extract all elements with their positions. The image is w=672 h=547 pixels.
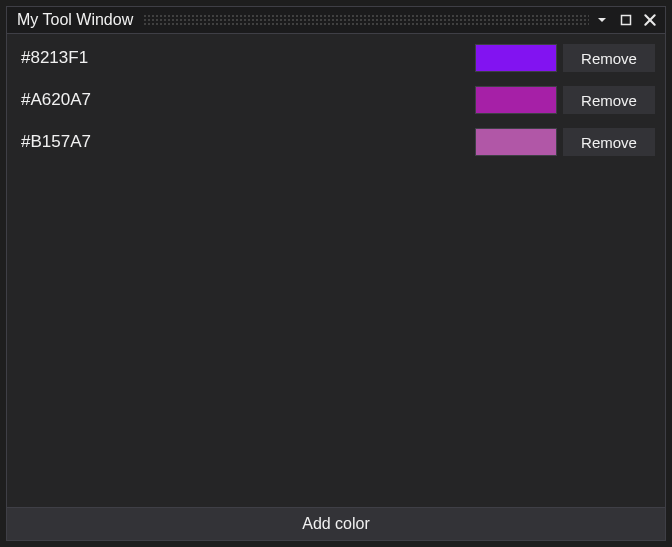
remove-button[interactable]: Remove xyxy=(563,44,655,72)
footer: Add color xyxy=(7,507,665,540)
remove-button[interactable]: Remove xyxy=(563,128,655,156)
maximize-icon[interactable] xyxy=(617,11,635,29)
titlebar-grip[interactable] xyxy=(143,14,589,26)
window-controls xyxy=(593,11,659,29)
color-hex-label: #B157A7 xyxy=(13,132,475,152)
dropdown-icon[interactable] xyxy=(593,11,611,29)
color-hex-label: #8213F1 xyxy=(13,48,475,68)
color-row: #B157A7 Remove xyxy=(13,124,659,160)
color-row: #8213F1 Remove xyxy=(13,40,659,76)
color-swatch[interactable] xyxy=(475,44,557,72)
color-swatch[interactable] xyxy=(475,128,557,156)
color-hex-label: #A620A7 xyxy=(13,90,475,110)
color-row: #A620A7 Remove xyxy=(13,82,659,118)
close-icon[interactable] xyxy=(641,11,659,29)
tool-window: My Tool Window #8213F1 Remove #A620A7 Re… xyxy=(6,6,666,541)
add-color-button[interactable]: Add color xyxy=(7,508,665,540)
color-list: #8213F1 Remove #A620A7 Remove #B157A7 Re… xyxy=(7,33,665,507)
window-title: My Tool Window xyxy=(17,11,139,29)
color-swatch[interactable] xyxy=(475,86,557,114)
remove-button[interactable]: Remove xyxy=(563,86,655,114)
titlebar: My Tool Window xyxy=(7,7,665,33)
svg-rect-0 xyxy=(622,16,631,25)
